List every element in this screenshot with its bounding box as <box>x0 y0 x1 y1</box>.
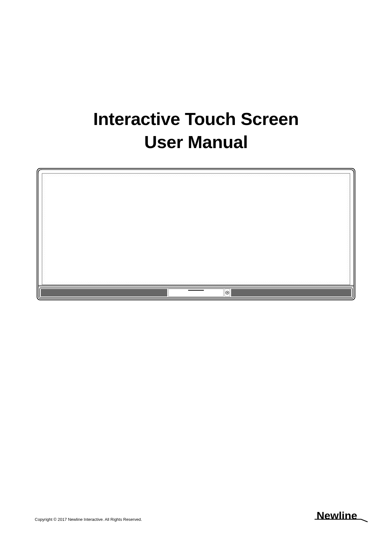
title-line-1: Interactive Touch Screen <box>0 108 392 131</box>
document-title: Interactive Touch Screen User Manual <box>0 108 392 154</box>
svg-point-17 <box>227 292 228 293</box>
svg-rect-18 <box>231 289 351 296</box>
page-footer: Copyright © 2017 Newline Interactive. Al… <box>0 509 392 522</box>
svg-rect-8 <box>45 177 347 282</box>
copyright-text: Copyright © 2017 Newline Interactive. Al… <box>35 517 142 522</box>
brand-underline-swoosh-icon <box>314 518 368 522</box>
svg-rect-12 <box>41 289 167 296</box>
title-line-2: User Manual <box>0 131 392 154</box>
svg-rect-14 <box>188 290 204 291</box>
touch-screen-device-illustration <box>36 168 356 301</box>
brand-logo: Newline <box>317 509 357 522</box>
